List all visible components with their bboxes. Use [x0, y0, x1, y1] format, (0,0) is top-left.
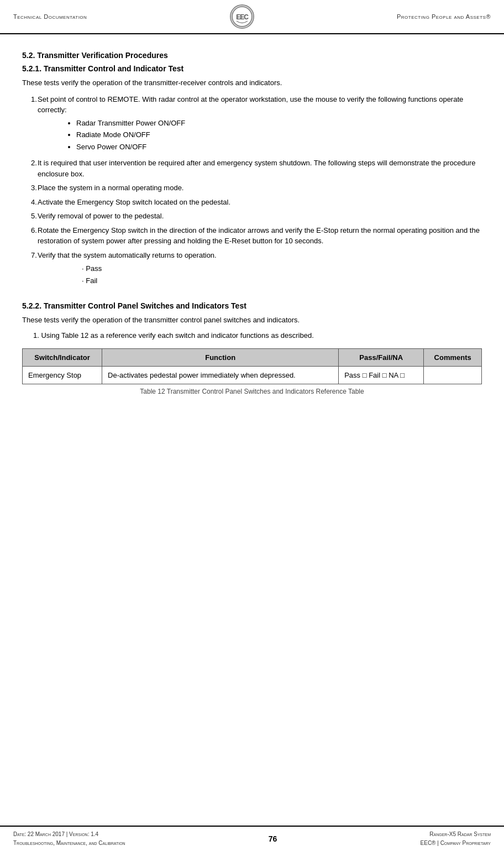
step-content: Verify that the system automatically ret…	[38, 250, 482, 290]
list-item: Servo Power ON/OFF	[76, 142, 482, 153]
main-content: 5.2. Transmitter Verification Procedures…	[0, 34, 504, 412]
list-item: Fail	[82, 275, 482, 287]
cell-comments	[424, 366, 482, 384]
step-content: Rotate the Emergency Stop switch in the …	[38, 225, 482, 247]
list-item: 3. Place the system in a normal operatin…	[22, 182, 482, 194]
step-list: 1. Set point of control to REMOTE. With …	[22, 94, 482, 290]
section-5-2-2-heading: 5.2.2. Transmitter Control Panel Switche…	[22, 301, 482, 310]
step-number: 7.	[22, 250, 38, 290]
col-header-function: Function	[102, 348, 339, 366]
col-header-passfail: Pass/Fail/NA	[339, 348, 424, 366]
step-number: 1.	[22, 94, 38, 155]
cell-switch: Emergency Stop	[23, 366, 102, 384]
bullet-sub-list: Radar Transmitter Power ON/OFF Radiate M…	[60, 118, 482, 153]
table-row: Emergency Stop De-activates pedestal pow…	[23, 366, 482, 384]
logo-container: EEC	[230, 4, 254, 29]
dot-sub-list: Pass Fail	[82, 263, 482, 287]
footer-left: Date: 22 March 2017 | Version: 1.4 Troub…	[13, 830, 125, 848]
page-header: Technical Documentation EEC Protecting P…	[0, 0, 504, 34]
footer-product-name: Ranger-X5 Radar System	[421, 830, 491, 839]
step-number: 4.	[22, 197, 38, 208]
step-number: 6.	[22, 225, 38, 247]
list-item: Pass	[82, 263, 482, 275]
section-5-2-2-step1: 1. Using Table 12 as a reference verify …	[22, 331, 482, 340]
footer-proprietary: EEC® | Company Proprietary	[421, 839, 491, 848]
header-right-text: Protecting People and Assets®	[397, 13, 491, 20]
step-text: Set point of control to REMOTE. With rad…	[38, 95, 463, 114]
list-item: 4. Activate the Emergency Stop switch lo…	[22, 197, 482, 208]
list-item: Radiate Mode ON/OFF	[76, 129, 482, 140]
col-header-comments: Comments	[424, 348, 482, 366]
header-left-text: Technical Documentation	[13, 13, 87, 20]
cell-function: De-activates pedestal power immediately …	[102, 366, 339, 384]
list-item: 2. It is required that user intervention…	[22, 158, 482, 179]
step-number: 3.	[22, 182, 38, 194]
section-5-2-1-intro: These tests verify the operation of the …	[22, 77, 482, 88]
step-number: 5.	[22, 211, 38, 222]
cell-passfail: Pass □ Fail □ NA □	[339, 366, 424, 384]
step-content: Verify removal of power to the pedestal.	[38, 211, 482, 222]
page-footer: Date: 22 March 2017 | Version: 1.4 Troub…	[0, 826, 504, 851]
section-5-2-1-heading: 5.2.1. Transmitter Control and Indicator…	[22, 64, 482, 73]
footer-right: Ranger-X5 Radar System EEC® | Company Pr…	[421, 830, 491, 848]
table-caption: Table 12 Transmitter Control Panel Switc…	[22, 388, 482, 395]
list-item: 5. Verify removal of power to the pedest…	[22, 211, 482, 222]
eec-logo: EEC	[230, 4, 254, 29]
step-content: Set point of control to REMOTE. With rad…	[38, 94, 482, 155]
table-header-row: Switch/Indicator Function Pass/Fail/NA C…	[23, 348, 482, 366]
step-content: It is required that user intervention be…	[38, 158, 482, 179]
step-content: Activate the Emergency Stop switch locat…	[38, 197, 482, 208]
col-header-switch: Switch/Indicator	[23, 348, 102, 366]
list-item: 6. Rotate the Emergency Stop switch in t…	[22, 225, 482, 247]
step-text: Verify that the system automatically ret…	[38, 251, 217, 259]
footer-date-version: Date: 22 March 2017 | Version: 1.4	[13, 830, 125, 839]
reference-table: Switch/Indicator Function Pass/Fail/NA C…	[22, 348, 482, 384]
step-number: 2.	[22, 158, 38, 179]
step-content: Place the system in a normal operating m…	[38, 182, 482, 194]
footer-page-number: 76	[269, 834, 277, 843]
footer-subject: Troubleshooting, Maintenance, and Calibr…	[13, 839, 125, 848]
section-5-2-2-intro: These tests verify the operation of the …	[22, 315, 482, 326]
list-item: Radar Transmitter Power ON/OFF	[76, 118, 482, 129]
svg-text:EEC: EEC	[236, 13, 249, 21]
list-item: 1. Set point of control to REMOTE. With …	[22, 94, 482, 155]
section-5-2-heading: 5.2. Transmitter Verification Procedures	[22, 51, 482, 60]
list-item: 7. Verify that the system automatically …	[22, 250, 482, 290]
